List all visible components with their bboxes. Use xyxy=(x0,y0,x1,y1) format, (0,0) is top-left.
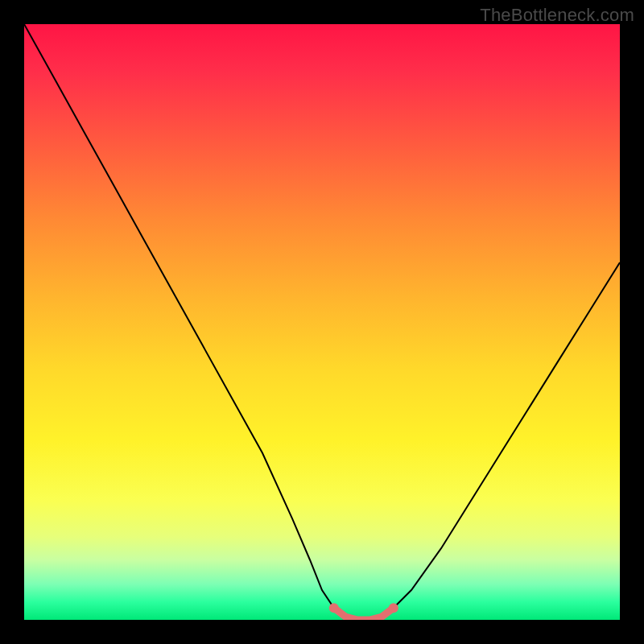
plot-area xyxy=(24,24,620,620)
svg-point-0 xyxy=(329,603,339,613)
chart-frame: TheBottleneck.com xyxy=(0,0,644,644)
attribution-label: TheBottleneck.com xyxy=(480,5,634,26)
svg-point-1 xyxy=(389,603,398,613)
curve-line xyxy=(24,24,620,620)
optimal-markers xyxy=(329,603,398,620)
bottleneck-curve xyxy=(24,24,620,620)
